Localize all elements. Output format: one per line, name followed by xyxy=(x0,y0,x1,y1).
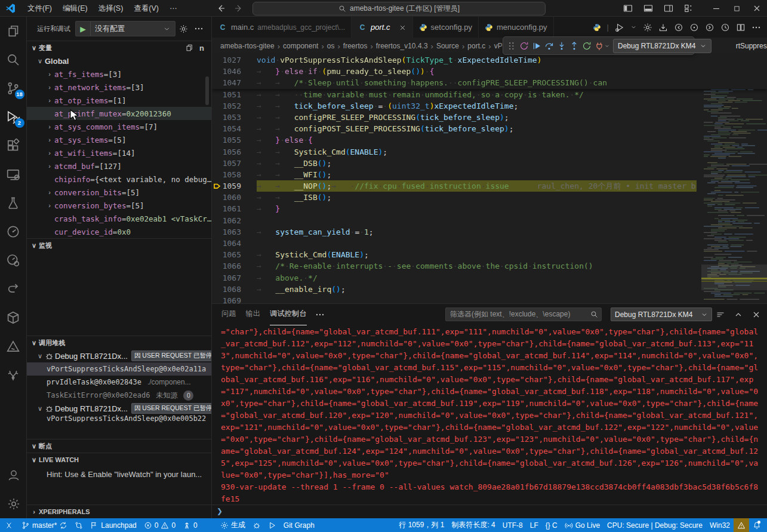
activity-ext-cmake[interactable] xyxy=(0,332,27,361)
step-out-button[interactable] xyxy=(569,39,579,53)
debug-config-dropdown[interactable]: ▶ 没有配置 xyxy=(75,21,175,36)
activity-ext-dial[interactable] xyxy=(0,217,27,246)
code-line-1055[interactable]: 1055→ }·else·{ xyxy=(212,134,767,146)
menu-文件(F)[interactable]: 文件(F) xyxy=(22,2,57,15)
run-python-button[interactable] xyxy=(615,23,624,32)
code-line-1064[interactable]: 1064 xyxy=(212,238,767,249)
activity-testing[interactable] xyxy=(0,189,27,217)
debug-session-0[interactable]: ∨Debug RTL8721Dx...因 USER REQUEST 已暂停 xyxy=(27,349,211,362)
number-format-icon[interactable]: n xyxy=(199,44,204,53)
debug-session-dropdown[interactable]: Debug RTL8721Dx KM4 xyxy=(613,39,711,53)
restart-button[interactable] xyxy=(582,39,592,53)
nav-back-circle-icon[interactable] xyxy=(674,23,683,32)
status-cursor-position[interactable]: 行 1059，列 1 xyxy=(395,518,448,532)
toggle-secondary-sidebar-icon[interactable] xyxy=(658,0,679,17)
nav-dot-circle-icon[interactable] xyxy=(689,23,699,32)
status-language-mode[interactable]: {} C xyxy=(542,518,561,532)
status-problems[interactable]: 00 xyxy=(140,518,179,532)
status-platform[interactable]: Win32 xyxy=(706,518,734,532)
status-cpu-secure[interactable]: CPU: Secure | Debug: Secure xyxy=(603,518,706,532)
debug-console-input[interactable]: ❯ xyxy=(212,505,767,517)
close-button[interactable] xyxy=(747,0,767,17)
status-notifications[interactable] xyxy=(749,518,765,532)
breadcrumb-port.c[interactable]: port.c xyxy=(467,42,485,50)
continue-button[interactable] xyxy=(532,39,541,53)
code-editor[interactable]: 1027void·vPortSuppressTicksAndSleep(Tick… xyxy=(212,54,767,303)
variable-at_sys_items[interactable]: ›at_sys_items = [5] xyxy=(27,133,211,146)
tab-menuconfig.py[interactable]: menuconfig.py xyxy=(479,17,554,38)
code-line-1058[interactable]: 1058→ → __WFI(); xyxy=(212,169,767,180)
stack-frame-0-0[interactable]: vPortSuppressTicksAndSleep@0x0e02a11a xyxy=(27,362,211,376)
breadcrumb-component[interactable]: component xyxy=(283,42,318,50)
close-tab-icon[interactable] xyxy=(399,23,406,32)
code-line-1067[interactable]: 1067→ above.·*/ xyxy=(212,272,767,284)
sidebar-scrollbar[interactable] xyxy=(205,76,209,105)
variable-at_sys_common_items[interactable]: ›at_sys_common_items = [7] xyxy=(27,120,211,133)
status-git-graph[interactable]: Git Graph xyxy=(280,518,318,532)
split-editor-icon[interactable] xyxy=(736,23,746,32)
code-line-1060[interactable]: 1060→ → __ISB(); xyxy=(212,192,767,203)
scope-global[interactable]: ∨Global xyxy=(27,54,211,67)
toggle-panel-icon[interactable] xyxy=(638,0,658,17)
customize-layout-icon[interactable] xyxy=(679,0,699,17)
settings-gear-icon[interactable] xyxy=(643,23,652,32)
status-indentation[interactable]: 制表符长度: 4 xyxy=(448,518,498,532)
activity-source-control[interactable]: 18 xyxy=(0,74,27,103)
breakpoints-section-header[interactable]: ∨断点 xyxy=(27,439,211,453)
menu-选择(S)[interactable]: 选择(S) xyxy=(93,2,129,15)
panel-tab-问题[interactable]: 问题 xyxy=(221,304,236,325)
history-back-icon[interactable] xyxy=(216,4,226,13)
breadcrumb-ameba-rtos-gitee[interactable]: ameba-rtos-gitee xyxy=(220,42,275,50)
code-line-1061[interactable]: 1061→ } xyxy=(212,203,767,214)
tab-port.c[interactable]: Cport.c xyxy=(352,17,413,38)
breadcrumb-os[interactable]: os xyxy=(327,42,335,50)
more-actions-icon[interactable] xyxy=(191,24,207,34)
variables-section-header[interactable]: ∨变量 n xyxy=(27,41,211,54)
activity-explorer[interactable] xyxy=(0,17,27,45)
nav-forward-circle-icon[interactable] xyxy=(705,23,714,32)
variable-conversion_bits[interactable]: ›conversion_bits = [5] xyxy=(27,186,211,199)
status-eol[interactable]: LF xyxy=(526,518,542,532)
panel-tab-输出[interactable]: 输出 xyxy=(246,304,261,325)
live-watch-section-header[interactable]: ∨LIVE WATCH xyxy=(27,453,211,466)
code-line-1053[interactable]: 1053→ → configPRE_SLEEP_PROCESSING(tick_… xyxy=(212,112,767,123)
minimap[interactable] xyxy=(701,54,767,303)
panel-tab-调试控制台[interactable]: 调试控制台 xyxy=(270,304,307,325)
variable-chipinfo[interactable]: chipinfo = {<text variable, no debug… xyxy=(27,173,211,186)
variable-atcmd_buf[interactable]: ›atcmd_buf = [127] xyxy=(27,159,211,173)
code-line-1027[interactable]: 1027void·vPortSuppressTicksAndSleep(Tick… xyxy=(212,54,767,66)
code-line-1059[interactable]: 1059→ → __NOP();→ ·//fix·cpu·fused·instr… xyxy=(212,180,767,192)
activity-ext-dial-cam[interactable] xyxy=(0,246,27,275)
maximize-panel-icon[interactable] xyxy=(734,310,743,319)
maximize-button[interactable] xyxy=(726,0,747,17)
variable-at_printf_mutex[interactable]: at_printf_mutex = 0x20012360 xyxy=(27,107,211,120)
activity-search[interactable] xyxy=(0,45,27,74)
call-stack-section-header[interactable]: ∨调用堆栈 xyxy=(27,336,211,349)
status-launchpad[interactable]: Launchpad xyxy=(87,518,140,532)
status-git-branch[interactable]: master* xyxy=(18,518,71,532)
menu-查看(V)[interactable]: 查看(V) xyxy=(128,2,164,15)
variable-at_network_items[interactable]: ›at_network_items = [3] xyxy=(27,81,211,94)
command-center-search[interactable]: ameba-rtos-gitee (工作区) [管理员] xyxy=(252,2,546,16)
status-build-task[interactable]: 生成 xyxy=(217,518,249,532)
breadcrumb-freertos[interactable]: freertos xyxy=(343,42,368,50)
activity-ext-hook[interactable] xyxy=(0,275,27,303)
status-run-task[interactable] xyxy=(264,518,280,532)
watch-section-header[interactable]: ∨监视 xyxy=(27,239,211,252)
xperipherals-section-header[interactable]: ›XPERIPHERALS xyxy=(27,505,211,518)
timeline-icon[interactable] xyxy=(720,23,730,32)
activity-ext-cube[interactable] xyxy=(0,303,27,332)
activity-run-and-debug[interactable]: 2 xyxy=(0,103,27,131)
stack-frame-0-2[interactable]: TaskExitError@0x0e02ead6未知源0 xyxy=(27,389,211,402)
tab-setconfig.py[interactable]: setconfig.py xyxy=(413,17,479,38)
code-line-1054[interactable]: 1054→ → configPOST_SLEEP_PROCESSING(tick… xyxy=(212,123,767,134)
variable-at_fs_items[interactable]: ›at_fs_items = [3] xyxy=(27,67,211,81)
console-session-dropdown[interactable]: Debug RTL8721Dx KM4 xyxy=(611,307,712,321)
status-debug-task[interactable] xyxy=(249,518,264,532)
menu-⋯[interactable]: ⋯ xyxy=(164,2,183,15)
code-line-1063[interactable]: 1063→ system_can_yield·=·1; xyxy=(212,226,767,238)
disconnect-button[interactable] xyxy=(594,39,610,53)
debug-start-icon[interactable]: ▶ xyxy=(76,21,91,36)
copy-value-icon[interactable] xyxy=(185,44,193,52)
status-encoding[interactable]: UTF-8 xyxy=(499,518,526,532)
